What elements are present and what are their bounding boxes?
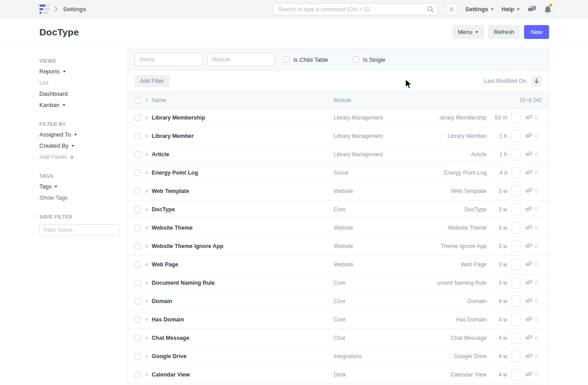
row-name-link[interactable]: Web Template [152, 188, 334, 194]
table-row[interactable]: ♥ Web Template Website Web Template 3 w … [128, 182, 549, 201]
assign-placeholder[interactable] [511, 351, 520, 362]
sidebar-item[interactable]: Add Fields [39, 154, 120, 160]
table-row[interactable]: ♥ Article Library Management Article 1 h… [128, 145, 549, 164]
assign-placeholder[interactable] [511, 277, 520, 289]
chat-icon[interactable] [528, 6, 536, 13]
app-logo-icon[interactable] [39, 4, 49, 14]
heart-icon[interactable]: ♥ [145, 243, 148, 249]
row-checkbox[interactable] [135, 298, 141, 304]
row-name-link[interactable]: Library Membership [152, 115, 334, 121]
heart-icon[interactable]: ♥ [145, 317, 148, 323]
heart-icon[interactable]: ♥ [145, 188, 148, 194]
is-child-table-checkbox[interactable] [283, 56, 289, 63]
row-checkbox[interactable] [135, 261, 141, 268]
row-checkbox[interactable] [135, 170, 141, 176]
sidebar-item[interactable]: List [39, 80, 120, 86]
heart-icon[interactable]: ♥ [145, 206, 148, 213]
table-row[interactable]: ♥ Document Naming Rule Core ument Naming… [128, 274, 549, 292]
is-single-checkbox[interactable] [353, 56, 359, 63]
row-name-link[interactable]: Energy Point Log [152, 170, 334, 176]
row-name-link[interactable]: Web Page [152, 261, 334, 268]
assign-placeholder[interactable] [511, 167, 520, 179]
table-row[interactable]: ♥ Website Theme Ignore App Website Theme… [128, 237, 549, 256]
assign-placeholder[interactable] [511, 112, 520, 124]
assign-placeholder[interactable] [511, 332, 520, 344]
row-checkbox[interactable] [135, 243, 141, 249]
table-row[interactable]: ♥ Has Domain Core Has Domain 4 w 0 [128, 311, 549, 329]
row-checkbox[interactable] [135, 188, 141, 194]
sidebar-item[interactable]: Created By [39, 143, 120, 149]
row-name-link[interactable]: Library Member [152, 133, 334, 139]
name-filter-input[interactable] [135, 53, 203, 66]
row-name-link[interactable]: Document Naming Rule [152, 280, 334, 286]
heart-icon[interactable]: ♥ [145, 335, 148, 341]
heart-icon[interactable]: ♥ [145, 298, 148, 304]
heart-icon[interactable]: ♥ [145, 280, 148, 286]
sidebar-item[interactable]: Assigned To [39, 132, 120, 138]
row-checkbox[interactable] [135, 133, 141, 139]
row-checkbox[interactable] [135, 353, 141, 359]
heart-icon[interactable]: ♥ [145, 151, 148, 158]
row-checkbox[interactable] [135, 206, 141, 213]
is-single-label[interactable]: Is Single [363, 56, 385, 63]
settings-menu[interactable]: Settings [465, 6, 494, 13]
row-checkbox[interactable] [135, 335, 141, 341]
assign-placeholder[interactable] [511, 149, 520, 160]
assign-placeholder[interactable] [511, 314, 520, 325]
assign-placeholder[interactable] [511, 130, 520, 142]
assign-placeholder[interactable] [511, 185, 520, 197]
table-row[interactable]: ♥ Domain Core Domain 4 w 0 [128, 292, 549, 311]
heart-icon[interactable]: ♥ [145, 97, 148, 103]
sort-by-label[interactable]: Last Modified On [484, 78, 527, 84]
search-input[interactable] [273, 3, 438, 15]
table-row[interactable]: ♥ Calendar View Desk Calendar View 4 w 0 [128, 366, 549, 384]
add-filter-button[interactable]: Add Filter [135, 75, 169, 87]
row-name-link[interactable]: Chat Message [152, 335, 334, 341]
row-checkbox[interactable] [135, 225, 141, 231]
table-row[interactable]: ♥ Web Page Website Web Page 3 w 0 [128, 256, 549, 274]
heart-icon[interactable]: ♥ [145, 261, 148, 268]
table-row[interactable]: ♥ Chat Message Chat Chat Message 4 w 0 [128, 329, 549, 347]
heart-icon[interactable]: ♥ [145, 133, 148, 139]
help-menu[interactable]: Help [502, 6, 520, 13]
assign-placeholder[interactable] [511, 295, 520, 307]
new-button[interactable]: New [524, 25, 549, 39]
row-name-link[interactable]: DocType [152, 206, 334, 213]
sort-direction-button[interactable] [531, 76, 542, 86]
refresh-button[interactable]: Refresh [488, 25, 520, 39]
row-name-link[interactable]: Website Theme Ignore App [152, 243, 334, 249]
is-child-table-label[interactable]: Is Child Table [293, 56, 328, 63]
module-filter-input[interactable] [207, 53, 275, 66]
heart-icon[interactable]: ♥ [145, 170, 148, 176]
select-all-checkbox[interactable] [135, 97, 141, 103]
table-row[interactable]: ♥ Website Theme Website Website Theme 3 … [128, 219, 549, 237]
sidebar-item[interactable]: Show Tags [39, 195, 120, 201]
row-checkbox[interactable] [135, 372, 141, 378]
row-name-link[interactable]: Website Theme [152, 225, 334, 231]
heart-icon[interactable]: ♥ [145, 115, 148, 121]
row-name-link[interactable]: Calendar View [152, 372, 334, 378]
row-name-link[interactable]: Domain [152, 298, 334, 304]
row-checkbox[interactable] [135, 151, 141, 158]
heart-icon[interactable]: ♥ [145, 353, 148, 359]
table-row[interactable]: ♥ Google Drive Integrations Google Drive… [128, 347, 549, 366]
sidebar-item[interactable]: Kanban [39, 102, 120, 108]
heart-icon[interactable]: ♥ [145, 372, 148, 378]
row-checkbox[interactable] [135, 115, 141, 121]
sidebar-item[interactable]: Dashboard [39, 91, 120, 97]
row-checkbox[interactable] [135, 317, 141, 323]
heart-icon[interactable]: ♥ [145, 225, 148, 231]
table-row[interactable]: ♥ Library Membership Library Management … [128, 109, 549, 127]
menu-button[interactable]: Menu [452, 25, 484, 39]
row-name-link[interactable]: Google Drive [152, 353, 334, 359]
filter-name-input[interactable] [39, 224, 120, 236]
table-row[interactable]: ♥ DocType Core DocType 3 w 0 [128, 201, 549, 219]
sidebar-item[interactable]: Tags [39, 184, 120, 190]
avatar[interactable]: A [446, 4, 457, 15]
row-name-link[interactable]: Article [152, 151, 334, 158]
row-name-link[interactable]: Has Domain [152, 317, 334, 323]
assign-placeholder[interactable] [511, 369, 520, 381]
notifications-bell-icon[interactable] [544, 5, 551, 13]
assign-placeholder[interactable] [511, 240, 520, 252]
assign-placeholder[interactable] [511, 204, 520, 215]
